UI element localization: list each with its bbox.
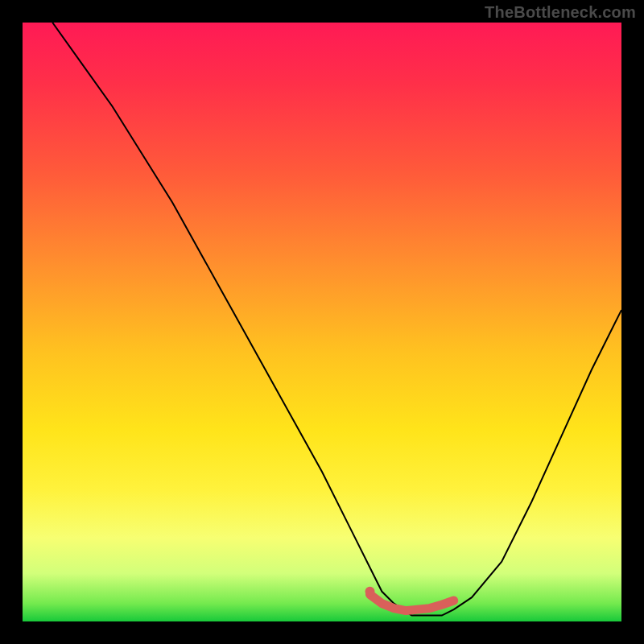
plot-area [23, 23, 621, 621]
highlight-segment [370, 595, 454, 611]
watermark-text: TheBottleneck.com [485, 3, 636, 22]
plot-svg [23, 23, 621, 621]
bottleneck-curve [52, 23, 621, 616]
chart-frame: TheBottleneck.com [0, 0, 644, 644]
highlight-marker [365, 587, 375, 597]
